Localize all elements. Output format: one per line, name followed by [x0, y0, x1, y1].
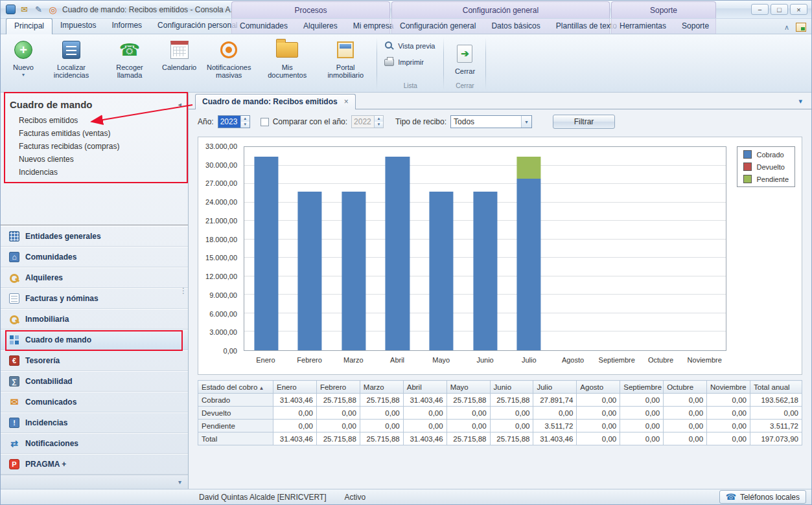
collapse-ribbon-icon[interactable]: ∧ — [784, 23, 789, 32]
sidebar-item-alquileres[interactable]: Alquileres — [1, 267, 188, 288]
mail-icon[interactable]: ✉ — [19, 4, 30, 15]
quick-window-icon[interactable] — [796, 23, 806, 32]
column-header-febrero[interactable]: Febrero — [316, 381, 360, 394]
sidebar-item-tesoreria[interactable]: €Tesorería — [1, 350, 188, 371]
ribbon-button-localizar-incidencias[interactable]: Localizar incidencias — [42, 36, 100, 92]
panel-collapse-icon[interactable]: ◂ — [178, 100, 181, 109]
chart-column-julio — [507, 147, 551, 350]
column-header-mayo[interactable]: Mayo — [447, 381, 490, 394]
ribbon-button-portal-inmobiliario[interactable]: Portal inmobiliario — [316, 36, 375, 92]
ribbon-button-cerrar[interactable]: ➔ Cerrar — [446, 39, 483, 75]
sidebar-item-notificaciones[interactable]: ⇄Notificaciones — [1, 433, 188, 454]
cell: 0,00 — [273, 407, 317, 420]
app-icon[interactable] — [6, 5, 16, 14]
sidebar-panel-title: Cuadro de mando ◂ — [1, 96, 188, 114]
context-group-procesos: Procesos — [231, 1, 390, 18]
edit-icon[interactable]: ✎ — [33, 4, 44, 15]
window-controls: − □ × — [751, 4, 807, 15]
sidebar-item-facturas-y-nominas[interactable]: Facturas y nóminas — [1, 288, 188, 309]
column-header-total-anual[interactable]: Total anual — [750, 381, 802, 394]
panel-item-incidencias[interactable]: Incidencias — [1, 166, 188, 179]
ribbon-tab-alquileres[interactable]: Alquileres — [296, 19, 345, 34]
ribbon-tab-datos-basicos[interactable]: Datos básicos — [483, 19, 548, 34]
y-axis-label: 24.000,00 — [205, 198, 237, 206]
year-spinner[interactable]: 2023 ▲ ▼ — [218, 115, 250, 128]
column-header-abril[interactable]: Abril — [403, 381, 447, 394]
panel-item-nuevos-clientes[interactable]: Nuevos clientes — [1, 153, 188, 166]
app-window: ✉ ✎ ◎ Cuadro de mando: Recibos emitidos … — [0, 0, 812, 505]
doc-tab-close-icon[interactable]: × — [344, 97, 349, 106]
sidebar-item-contabilidad[interactable]: ∑Contabilidad — [1, 371, 188, 392]
cell: 0,00 — [707, 407, 750, 420]
panel-item-facturas-emitidas-ventas[interactable]: Facturas emitidas (ventas) — [1, 127, 188, 140]
column-header-septiembre[interactable]: Septiembre — [620, 381, 664, 394]
ribbon-button-imprimir[interactable]: Imprimir — [379, 56, 441, 67]
splitter-grip-icon[interactable]: ⋮ — [180, 289, 187, 293]
calendar-icon — [170, 41, 189, 59]
sidebar-item-incidencias[interactable]: !Incidencias — [1, 412, 188, 433]
incidents-icon: ! — [9, 418, 19, 428]
document-tab[interactable]: Cuadro de mando: Recibos emitidos × — [195, 94, 356, 109]
sidebar-item-cuadro-de-mando[interactable]: Cuadro de mando — [1, 330, 188, 350]
ribbon-button-mis-documentos[interactable]: Mis documentos — [258, 36, 316, 92]
column-header-enero[interactable]: Enero — [273, 381, 317, 394]
cell: 0,00 — [664, 432, 707, 445]
cell: 0,00 — [577, 407, 620, 420]
ribbon-button-notificaciones-masivas[interactable]: Notificaciones masivas — [200, 36, 258, 92]
sidebar-item-comunicados[interactable]: ✉Comunicados — [1, 392, 188, 412]
column-header-noviembre[interactable]: Noviembre — [707, 381, 750, 394]
minimize-button[interactable]: − — [751, 4, 769, 15]
bar-agosto — [561, 147, 585, 350]
close-button[interactable]: × — [790, 4, 807, 15]
spinner-up-icon[interactable]: ▲ — [241, 116, 249, 122]
panel-item-recibos-emitidos[interactable]: Recibos emitidos — [1, 114, 188, 127]
sidebar-collapse-icon[interactable]: ▾ — [178, 478, 181, 486]
ribbon-tab-herramientas[interactable]: Herramientas — [612, 19, 674, 34]
sidebar-item-inmobiliaria[interactable]: Inmobiliaria — [1, 309, 188, 330]
ribbon-button-nuevo[interactable]: +Nuevo▾ — [5, 36, 42, 92]
ribbon-tab-configuracion-general[interactable]: Configuración general — [392, 19, 483, 34]
ribbon-tab-soporte[interactable]: Soporte — [674, 19, 717, 34]
y-axis-label: 33.000,00 — [205, 142, 237, 150]
column-header-julio[interactable]: Julio — [533, 381, 577, 394]
column-header-estado-del-cobro[interactable]: Estado del cobro ▲ — [198, 381, 273, 394]
main-tabs: PrincipalImpuestosInformesConfiguración … — [6, 18, 246, 34]
ribbon-tab-impuestos[interactable]: Impuestos — [52, 18, 104, 34]
sidebar-item-entidades-generales[interactable]: Entidades generales — [1, 226, 188, 247]
status-user: David Quintas Alcalde [ENRICVERT] — [199, 493, 327, 502]
tab-list-dropdown-icon[interactable]: ▾ — [798, 97, 802, 106]
sidebar-item-pragma[interactable]: PPRAGMA + — [1, 454, 188, 475]
ribbon-button-vista-previa[interactable]: Vista previa — [379, 39, 441, 52]
column-header-agosto[interactable]: Agosto — [577, 381, 620, 394]
compare-checkbox[interactable] — [261, 118, 269, 126]
cell: 0,00 — [664, 420, 707, 432]
ribbon-button-recoger-llamada[interactable]: ☎Recoger llamada — [100, 36, 159, 92]
local-phones-button[interactable]: ☎ Teléfonos locales — [719, 490, 806, 504]
maximize-button[interactable]: □ — [771, 4, 788, 15]
cell: 0,00 — [620, 407, 664, 420]
rentals-icon — [9, 273, 19, 283]
legend-swatch — [743, 175, 752, 183]
chart-column-marzo — [332, 147, 376, 350]
broadcast-icon[interactable]: ◎ — [47, 4, 58, 15]
y-axis-label: 6.000,00 — [209, 310, 237, 318]
bar-noviembre — [692, 147, 716, 350]
ribbon-button-calendario[interactable]: Calendario — [159, 36, 200, 92]
receipt-type-select[interactable]: Todos ▼ — [450, 115, 532, 128]
column-header-junio[interactable]: Junio — [490, 381, 533, 394]
ribbon-tab-informes[interactable]: Informes — [104, 18, 150, 34]
ribbon-tab-principal[interactable]: Principal — [6, 18, 52, 34]
compare-year-spinner: 2022 ▲ ▼ — [351, 115, 384, 128]
compare-label: Comparar con el año: — [273, 117, 347, 126]
panel-item-facturas-recibidas-compras[interactable]: Facturas recibidas (compras) — [1, 140, 188, 153]
sidebar-item-comunidades[interactable]: ⌂Comunidades — [1, 247, 188, 267]
cell: 0,00 — [403, 420, 447, 432]
filter-button[interactable]: Filtrar — [553, 115, 615, 129]
column-header-octubre[interactable]: Octubre — [664, 381, 707, 394]
year-input[interactable]: 2023 — [218, 116, 240, 128]
ribbon-tab-comunidades[interactable]: Comunidades — [232, 19, 296, 34]
spinner-down-icon[interactable]: ▼ — [241, 122, 249, 128]
invoices-icon — [9, 293, 19, 304]
column-header-marzo[interactable]: Marzo — [360, 381, 403, 394]
combo-arrow-icon[interactable]: ▼ — [521, 116, 531, 128]
